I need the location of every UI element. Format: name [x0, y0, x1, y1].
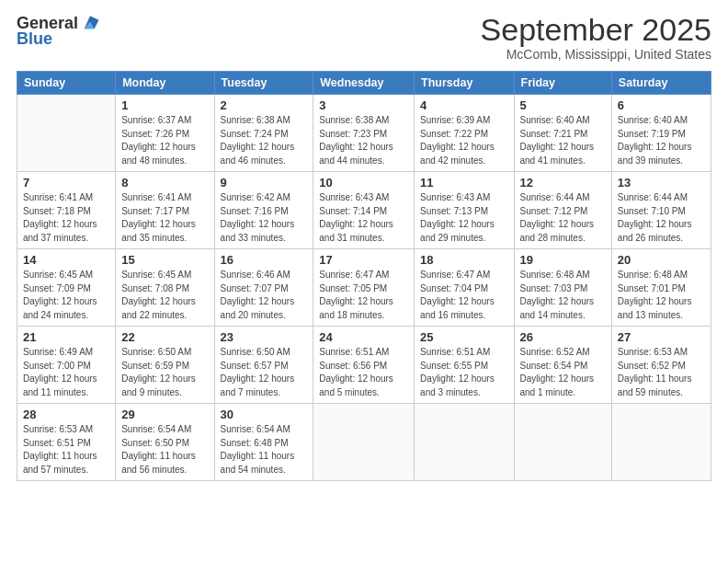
day-number: 26: [520, 330, 606, 344]
calendar-week-row: 21Sunrise: 6:49 AM Sunset: 7:00 PM Dayli…: [17, 327, 711, 404]
day-number: 21: [23, 330, 109, 344]
day-info: Sunrise: 6:43 AM Sunset: 7:14 PM Dayligh…: [319, 191, 408, 245]
day-info: Sunrise: 6:48 AM Sunset: 7:03 PM Dayligh…: [520, 269, 606, 322]
calendar-cell: 20Sunrise: 6:48 AM Sunset: 7:01 PM Dayli…: [611, 249, 711, 327]
day-number: 30: [221, 408, 308, 421]
day-number: 19: [520, 253, 606, 267]
day-of-week-header: Saturday: [611, 72, 711, 95]
calendar-cell: [514, 404, 611, 481]
day-info: Sunrise: 6:44 AM Sunset: 7:10 PM Dayligh…: [618, 191, 705, 245]
day-info: Sunrise: 6:41 AM Sunset: 7:17 PM Dayligh…: [121, 191, 208, 245]
day-info: Sunrise: 6:49 AM Sunset: 7:00 PM Dayligh…: [23, 346, 109, 399]
calendar-cell: 5Sunrise: 6:40 AM Sunset: 7:21 PM Daylig…: [514, 95, 611, 172]
day-number: 23: [221, 330, 308, 344]
day-info: Sunrise: 6:51 AM Sunset: 6:55 PM Dayligh…: [420, 346, 507, 399]
logo: General Blue: [17, 13, 100, 49]
title-block: September 2025 McComb, Mississippi, Unit…: [481, 13, 711, 62]
calendar-cell: 2Sunrise: 6:38 AM Sunset: 7:24 PM Daylig…: [214, 95, 313, 172]
day-number: 4: [420, 98, 507, 112]
calendar-cell: 22Sunrise: 6:50 AM Sunset: 6:59 PM Dayli…: [116, 327, 214, 404]
day-number: 25: [420, 330, 507, 344]
day-info: Sunrise: 6:38 AM Sunset: 7:23 PM Dayligh…: [319, 114, 408, 167]
day-of-week-header: Thursday: [415, 72, 514, 95]
day-number: 16: [221, 253, 308, 267]
calendar-cell: 6Sunrise: 6:40 AM Sunset: 7:19 PM Daylig…: [611, 95, 711, 172]
calendar-cell: 14Sunrise: 6:45 AM Sunset: 7:09 PM Dayli…: [17, 249, 116, 327]
calendar-cell: 28Sunrise: 6:53 AM Sunset: 6:51 PM Dayli…: [17, 404, 116, 481]
day-number: 1: [121, 98, 208, 112]
day-number: 2: [221, 98, 308, 112]
page: General Blue September 2025 McComb, Miss…: [0, 0, 728, 563]
calendar-cell: 30Sunrise: 6:54 AM Sunset: 6:48 PM Dayli…: [214, 404, 313, 481]
calendar-cell: 24Sunrise: 6:51 AM Sunset: 6:56 PM Dayli…: [313, 327, 415, 404]
calendar-cell: 29Sunrise: 6:54 AM Sunset: 6:50 PM Dayli…: [116, 404, 214, 481]
day-number: 3: [319, 98, 408, 112]
calendar-cell: 15Sunrise: 6:45 AM Sunset: 7:08 PM Dayli…: [116, 249, 214, 327]
calendar-cell: 8Sunrise: 6:41 AM Sunset: 7:17 PM Daylig…: [116, 172, 214, 249]
calendar-cell: 18Sunrise: 6:47 AM Sunset: 7:04 PM Dayli…: [415, 249, 514, 327]
calendar-week-row: 28Sunrise: 6:53 AM Sunset: 6:51 PM Dayli…: [17, 404, 711, 481]
calendar-header-row: SundayMondayTuesdayWednesdayThursdayFrid…: [17, 72, 711, 95]
calendar-cell: 19Sunrise: 6:48 AM Sunset: 7:03 PM Dayli…: [514, 249, 611, 327]
calendar-cell: [17, 95, 116, 172]
day-number: 15: [121, 253, 208, 267]
calendar-cell: 9Sunrise: 6:42 AM Sunset: 7:16 PM Daylig…: [214, 172, 313, 249]
day-info: Sunrise: 6:45 AM Sunset: 7:08 PM Dayligh…: [121, 269, 208, 322]
day-info: Sunrise: 6:54 AM Sunset: 6:50 PM Dayligh…: [121, 423, 208, 477]
calendar-cell: 11Sunrise: 6:43 AM Sunset: 7:13 PM Dayli…: [415, 172, 514, 249]
day-number: 24: [319, 330, 408, 344]
day-of-week-header: Sunday: [17, 72, 116, 95]
day-of-week-header: Friday: [514, 72, 611, 95]
day-info: Sunrise: 6:40 AM Sunset: 7:21 PM Dayligh…: [520, 114, 606, 167]
day-info: Sunrise: 6:51 AM Sunset: 6:56 PM Dayligh…: [319, 346, 408, 399]
day-info: Sunrise: 6:40 AM Sunset: 7:19 PM Dayligh…: [618, 114, 705, 167]
calendar-cell: 3Sunrise: 6:38 AM Sunset: 7:23 PM Daylig…: [313, 95, 415, 172]
logo-icon: [80, 13, 100, 33]
calendar-cell: [415, 404, 514, 481]
logo-blue-text: Blue: [17, 29, 52, 49]
calendar-cell: 26Sunrise: 6:52 AM Sunset: 6:54 PM Dayli…: [514, 327, 611, 404]
calendar-cell: 7Sunrise: 6:41 AM Sunset: 7:18 PM Daylig…: [17, 172, 116, 249]
day-number: 6: [618, 98, 705, 112]
header: General Blue September 2025 McComb, Miss…: [17, 13, 711, 62]
day-number: 14: [23, 253, 109, 267]
calendar-cell: 1Sunrise: 6:37 AM Sunset: 7:26 PM Daylig…: [116, 95, 214, 172]
day-number: 9: [221, 176, 308, 190]
day-number: 29: [121, 408, 208, 421]
calendar-cell: 17Sunrise: 6:47 AM Sunset: 7:05 PM Dayli…: [313, 249, 415, 327]
calendar-cell: 4Sunrise: 6:39 AM Sunset: 7:22 PM Daylig…: [415, 95, 514, 172]
day-number: 28: [23, 408, 109, 421]
day-info: Sunrise: 6:41 AM Sunset: 7:18 PM Dayligh…: [23, 191, 109, 245]
day-info: Sunrise: 6:44 AM Sunset: 7:12 PM Dayligh…: [520, 191, 606, 245]
calendar-cell: [611, 404, 711, 481]
calendar-cell: 16Sunrise: 6:46 AM Sunset: 7:07 PM Dayli…: [214, 249, 313, 327]
day-number: 7: [23, 176, 109, 190]
day-of-week-header: Monday: [116, 72, 214, 95]
location: McComb, Mississippi, United States: [481, 47, 711, 62]
day-info: Sunrise: 6:39 AM Sunset: 7:22 PM Dayligh…: [420, 114, 507, 167]
day-info: Sunrise: 6:54 AM Sunset: 6:48 PM Dayligh…: [221, 423, 308, 477]
calendar-cell: 12Sunrise: 6:44 AM Sunset: 7:12 PM Dayli…: [514, 172, 611, 249]
day-of-week-header: Wednesday: [313, 72, 415, 95]
day-number: 5: [520, 98, 606, 112]
day-info: Sunrise: 6:50 AM Sunset: 6:57 PM Dayligh…: [221, 346, 308, 399]
day-info: Sunrise: 6:47 AM Sunset: 7:04 PM Dayligh…: [420, 269, 507, 322]
day-info: Sunrise: 6:50 AM Sunset: 6:59 PM Dayligh…: [121, 346, 208, 399]
day-info: Sunrise: 6:42 AM Sunset: 7:16 PM Dayligh…: [221, 191, 308, 245]
day-number: 12: [520, 176, 606, 190]
day-number: 18: [420, 253, 507, 267]
day-info: Sunrise: 6:43 AM Sunset: 7:13 PM Dayligh…: [420, 191, 507, 245]
calendar-cell: 21Sunrise: 6:49 AM Sunset: 7:00 PM Dayli…: [17, 327, 116, 404]
day-info: Sunrise: 6:47 AM Sunset: 7:05 PM Dayligh…: [319, 269, 408, 322]
day-info: Sunrise: 6:46 AM Sunset: 7:07 PM Dayligh…: [221, 269, 308, 322]
day-number: 10: [319, 176, 408, 190]
calendar-cell: [313, 404, 415, 481]
day-info: Sunrise: 6:45 AM Sunset: 7:09 PM Dayligh…: [23, 269, 109, 322]
day-number: 13: [618, 176, 705, 190]
calendar: SundayMondayTuesdayWednesdayThursdayFrid…: [17, 71, 711, 481]
calendar-week-row: 14Sunrise: 6:45 AM Sunset: 7:09 PM Dayli…: [17, 249, 711, 327]
day-number: 20: [618, 253, 705, 267]
day-of-week-header: Tuesday: [214, 72, 313, 95]
calendar-cell: 27Sunrise: 6:53 AM Sunset: 6:52 PM Dayli…: [611, 327, 711, 404]
day-number: 22: [121, 330, 208, 344]
